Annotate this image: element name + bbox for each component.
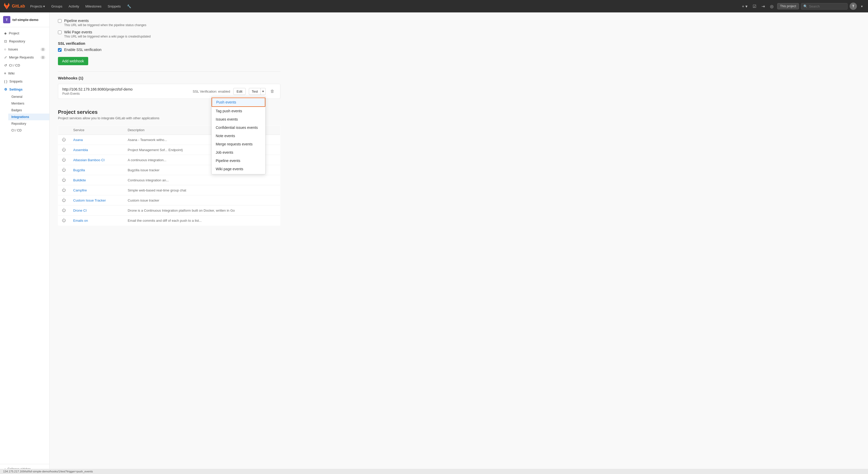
search-input[interactable] [809, 4, 845, 8]
settings-icon: ⚙ [4, 87, 7, 91]
dropdown-item-wiki-page-events[interactable]: Wiki page events [212, 165, 266, 173]
test-button[interactable]: Test [249, 88, 261, 95]
gitlab-logo[interactable]: GitLab [3, 3, 25, 10]
sidebar-item-ci-cd[interactable]: ↺ CI / CD [0, 61, 50, 69]
merge-requests-badge: 0 [41, 56, 45, 59]
search-bar[interactable]: 🔍 [801, 3, 847, 9]
nav-groups[interactable]: Groups [49, 3, 64, 9]
ci-cd-icon: ↺ [4, 63, 7, 67]
dropdown-item-note-events[interactable]: Note events [212, 132, 266, 140]
service-power-icon: ⏻ [58, 195, 70, 205]
service-link-emails-on[interactable]: Emails on [73, 219, 88, 223]
service-link-assembla[interactable]: Assembla [73, 148, 88, 152]
dropdown-item-tag-push-events[interactable]: Tag push events [212, 107, 266, 115]
service-name-cell[interactable]: Custom Issue Tracker [69, 195, 124, 205]
ssl-title: SSL verification [58, 41, 280, 46]
sidebar-item-settings[interactable]: ⚙ Settings [0, 85, 50, 93]
service-name-cell[interactable]: Buildkite [69, 175, 124, 185]
scope-selector[interactable]: This project [777, 3, 799, 9]
webhook-push-events: Push Events [62, 92, 190, 95]
nav-snippets[interactable]: Snippets [105, 3, 123, 9]
test-dropdown-menu: Push events Tag push events Issues event… [211, 96, 266, 174]
todo-icon[interactable]: ☑ [751, 3, 758, 10]
new-item-button[interactable]: + ▾ [740, 3, 749, 10]
dropdown-item-merge-requests-events[interactable]: Merge requests events [212, 140, 266, 148]
sidebar-item-issues[interactable]: ○ Issues 0 [0, 45, 50, 53]
service-link-campfire[interactable]: Campfire [73, 188, 87, 192]
sidebar-item-repository[interactable]: ⊡ Repository [0, 37, 50, 45]
sidebar-sub-integrations[interactable]: Integrations [8, 114, 50, 120]
sidebar-sub-ci-cd[interactable]: CI / CD [8, 127, 50, 134]
service-link-bugzilla[interactable]: Bugzilla [73, 168, 85, 172]
service-name-cell[interactable]: Campfire [69, 185, 124, 195]
service-desc-cell: Email the commits and diff of each push … [124, 215, 280, 226]
pipeline-events-row: Pipeline events This URL will be trigger… [58, 19, 280, 27]
webhook-form: Pipeline events This URL will be trigger… [58, 19, 280, 226]
dropdown-item-confidential-issues[interactable]: Confidential issues events [212, 123, 266, 132]
service-desc-cell: Drone is a Continuous Integration platfo… [124, 205, 280, 215]
avatar[interactable]: T [850, 3, 857, 10]
nav-activity[interactable]: Activity [66, 3, 81, 9]
service-power-icon: ⏻ [58, 185, 70, 195]
merge-request-icon[interactable]: ⇥ [760, 3, 766, 10]
test-dropdown-wrapper: Test ▾ Push events Tag push events Issue… [249, 88, 266, 95]
sidebar-sub-general[interactable]: General [8, 93, 50, 100]
sidebar-item-wiki[interactable]: ≡ Wiki [0, 69, 50, 77]
service-name-cell[interactable]: Asana [69, 135, 124, 145]
project-avatar: T [3, 16, 10, 23]
dropdown-item-job-events[interactable]: Job events [212, 148, 266, 156]
repository-icon: ⊡ [4, 39, 7, 43]
webhooks-list-title: Webhooks (1) [58, 76, 280, 80]
issues-icon[interactable]: ◎ [768, 3, 775, 10]
service-link-custom-issue-tracker[interactable]: Custom Issue Tracker [73, 199, 106, 202]
sidebar-item-snippets[interactable]: { } Snippets [0, 77, 50, 85]
table-row: ⏻ Custom Issue Tracker Custom issue trac… [58, 195, 280, 205]
service-desc-cell: Simple web-based real-time group chat [124, 185, 280, 195]
project-icon: ◈ [4, 31, 7, 35]
settings-submenu: General Members Badges Integrations Repo… [0, 93, 50, 134]
ssl-enable-row: Enable SSL verification [58, 48, 280, 52]
wiki-page-events-label[interactable]: Wiki Page events [64, 30, 92, 34]
service-power-icon: ⏻ [58, 205, 70, 215]
dropdown-item-issues-events[interactable]: Issues events [212, 115, 266, 123]
service-power-icon: ⏻ [58, 165, 70, 175]
wiki-page-events-checkbox[interactable] [58, 31, 62, 34]
main-content: Pipeline events This URL will be trigger… [50, 12, 868, 474]
sidebar-item-merge-requests[interactable]: ⤢ Merge Requests 0 [0, 53, 50, 61]
top-navigation: GitLab Projects ▾ Groups Activity Milest… [0, 0, 868, 12]
issues-nav-icon: ○ [4, 47, 6, 51]
service-name-cell[interactable]: Atlassian Bamboo CI [69, 155, 124, 165]
sidebar-item-project[interactable]: ◈ Project [0, 29, 50, 37]
nav-projects[interactable]: Projects ▾ [28, 3, 47, 9]
service-name-cell[interactable]: Bugzilla [69, 165, 124, 175]
service-link-drone-ci[interactable]: Drone CI [73, 209, 87, 212]
status-bar: 134.175.217.169/tsf/tsf-simple-demo/hook… [0, 469, 868, 474]
delete-webhook-button[interactable]: 🗑 [269, 88, 276, 94]
ssl-section: SSL verification Enable SSL verification [58, 41, 280, 52]
service-desc-cell: Continuous integration an... [124, 175, 280, 185]
sidebar-sub-repository[interactable]: Repository [8, 120, 50, 127]
add-webhook-button[interactable]: Add webhook [58, 57, 88, 65]
test-caret-button[interactable]: ▾ [261, 88, 266, 95]
ssl-enable-label[interactable]: Enable SSL verification [64, 48, 101, 52]
nav-milestones[interactable]: Milestones [83, 3, 103, 9]
sidebar-sub-badges[interactable]: Badges [8, 107, 50, 114]
service-name-cell[interactable]: Assembla [69, 145, 124, 155]
service-name-cell[interactable]: Drone CI [69, 205, 124, 215]
edit-webhook-button[interactable]: Edit [233, 88, 246, 95]
dropdown-item-push-events[interactable]: Push events [212, 97, 266, 107]
service-power-icon: ⏻ [58, 215, 70, 226]
dropdown-item-pipeline-events[interactable]: Pipeline events [212, 156, 266, 165]
ssl-enable-checkbox[interactable] [58, 48, 62, 52]
nav-wrench[interactable]: 🔧 [125, 3, 133, 9]
service-link-buildkite[interactable]: Buildkite [73, 178, 86, 182]
sidebar-sub-members[interactable]: Members [8, 100, 50, 107]
webhook-row: http://106.52.179.166:8080/project/tsf-d… [58, 84, 280, 99]
service-name-cell[interactable]: Emails on [69, 215, 124, 226]
avatar-dropdown[interactable]: ▾ [859, 3, 865, 9]
service-link-asana[interactable]: Asana [73, 138, 83, 142]
pipeline-events-checkbox[interactable] [58, 19, 62, 23]
issues-badge: 0 [41, 48, 45, 51]
pipeline-events-label[interactable]: Pipeline events [64, 19, 89, 23]
service-link-atlassian-bamboo-ci[interactable]: Atlassian Bamboo CI [73, 158, 104, 162]
